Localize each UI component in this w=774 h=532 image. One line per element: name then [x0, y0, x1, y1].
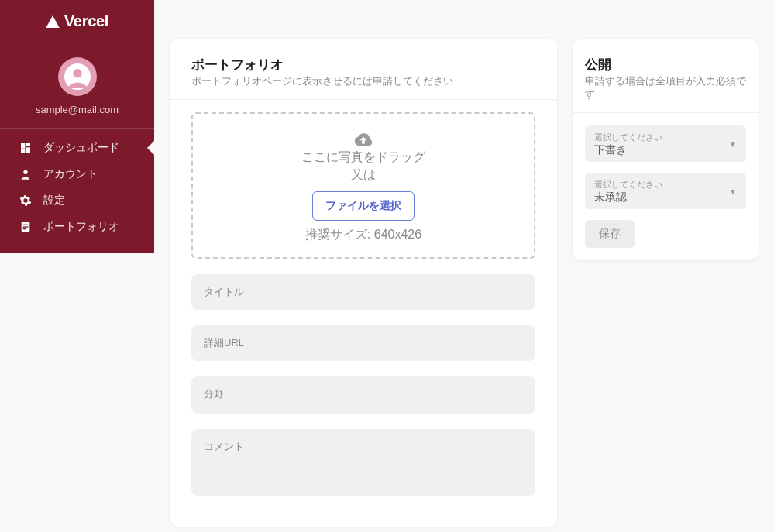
recommended-size: 推奨サイズ: 640x426	[305, 227, 421, 243]
article-icon	[19, 220, 33, 234]
nav-label: ダッシュボード	[43, 141, 119, 155]
svg-point-1	[73, 69, 81, 77]
field-label: コメント	[204, 440, 523, 454]
svg-rect-3	[26, 143, 30, 146]
category-field[interactable]: 分野	[191, 376, 535, 414]
status-select[interactable]: 選択してください 下書き ▼	[585, 125, 746, 162]
field-label: 詳細URL	[204, 336, 523, 350]
svg-rect-9	[23, 226, 29, 227]
main: ポートフォリオ ポートフォリオページに表示させるには申請してください ここに写真…	[154, 0, 774, 532]
chevron-down-icon: ▼	[729, 139, 737, 148]
publish-title: 公開	[585, 56, 746, 74]
choose-file-button[interactable]: ファイルを選択	[312, 191, 415, 221]
sidebar: Vercel sample@mail.com ダッシュボード アカウント	[0, 0, 154, 253]
vercel-logo-icon	[46, 15, 60, 29]
brand-name: Vercel	[64, 12, 108, 30]
nav-item-account[interactable]: アカウント	[0, 161, 154, 187]
form-subtitle: ポートフォリオページに表示させるには申請してください	[191, 75, 535, 88]
nav-item-portfolio[interactable]: ポートフォリオ	[0, 214, 154, 240]
svg-rect-5	[21, 149, 25, 153]
dropzone-line2: 又は	[351, 167, 376, 184]
field-label: 分野	[204, 387, 523, 401]
person-icon	[19, 167, 33, 181]
title-field[interactable]: タイトル	[191, 274, 535, 310]
publish-card: 公開 申請する場合は全項目が入力必須です 選択してください 下書き ▼ 選択して…	[573, 39, 759, 260]
portfolio-form-card: ポートフォリオ ポートフォリオページに表示させるには申請してください ここに写真…	[170, 39, 557, 527]
svg-rect-10	[23, 228, 26, 229]
nav-label: ポートフォリオ	[43, 220, 119, 234]
nav: ダッシュボード アカウント 設定 ポートフォリオ	[0, 129, 154, 240]
nav-item-settings[interactable]: 設定	[0, 187, 154, 214]
cloud-upload-icon	[353, 131, 374, 148]
user-email: sample@mail.com	[36, 104, 119, 115]
nav-item-dashboard[interactable]: ダッシュボード	[0, 135, 154, 161]
approval-select[interactable]: 選択してください 未承認 ▼	[585, 173, 746, 209]
nav-label: 設定	[43, 194, 65, 208]
profile-section: sample@mail.com	[0, 43, 154, 129]
svg-rect-8	[23, 225, 29, 225]
dashboard-icon	[19, 141, 33, 155]
svg-rect-2	[21, 143, 25, 149]
gear-icon	[19, 194, 33, 208]
select-value: 未承認	[594, 190, 737, 204]
nav-label: アカウント	[43, 167, 98, 181]
svg-rect-4	[26, 147, 30, 153]
comment-field[interactable]: コメント	[191, 429, 535, 496]
field-label: タイトル	[204, 285, 523, 299]
chevron-down-icon: ▼	[729, 187, 737, 195]
select-label: 選択してください	[594, 179, 737, 190]
save-button[interactable]: 保存	[585, 220, 635, 248]
avatar[interactable]	[58, 57, 97, 96]
select-label: 選択してください	[594, 132, 737, 143]
dropzone-line1: ここに写真をドラッグ	[301, 149, 425, 166]
svg-point-6	[23, 170, 27, 174]
logo: Vercel	[0, 0, 154, 43]
image-dropzone[interactable]: ここに写真をドラッグ 又は ファイルを選択 推奨サイズ: 640x426	[191, 112, 535, 259]
select-value: 下書き	[594, 143, 737, 157]
form-title: ポートフォリオ	[191, 56, 535, 74]
publish-subtitle: 申請する場合は全項目が入力必須です	[585, 75, 746, 101]
url-field[interactable]: 詳細URL	[191, 325, 535, 361]
